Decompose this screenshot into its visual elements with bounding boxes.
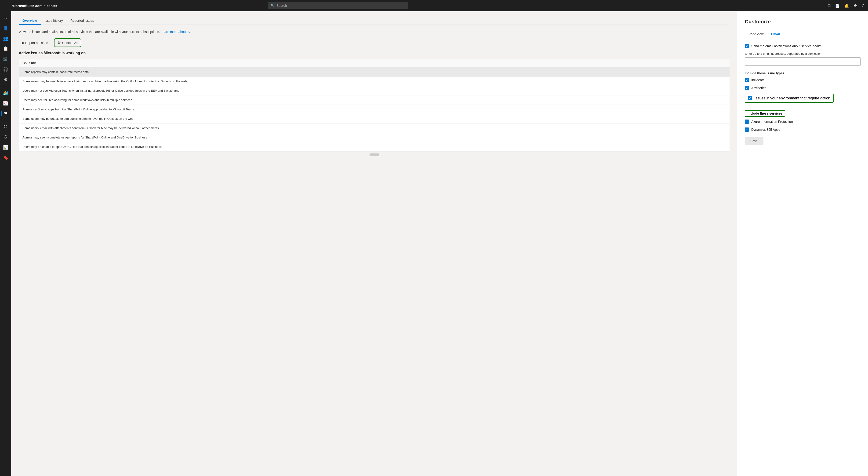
sidebar-item-groups[interactable]: 👥 <box>1 34 10 43</box>
advisories-checkbox[interactable] <box>745 86 749 90</box>
sidebar: ⌂ 👤 👥 📋 🛒 🎧 ⚙ 🏄 📈 ❤ 🛡 <box>0 11 11 476</box>
user-icon: 👤 <box>3 26 8 31</box>
table-row[interactable]: Some reports may contain inaccurate metr… <box>19 67 730 77</box>
info-text: View the issues and health status of all… <box>19 29 730 34</box>
incidents-row: Incidents <box>745 78 861 82</box>
sidebar-item-health[interactable]: ❤ <box>1 109 10 118</box>
sidebar-item-analytics[interactable]: 📈 <box>1 98 10 108</box>
billing-icon: 🛒 <box>3 56 8 62</box>
dynamics-365-row: Dynamics 365 Apps <box>745 127 861 132</box>
email-input-label: Enter up to 2 email addresses, separated… <box>745 52 861 56</box>
panel-title: Customize <box>745 19 861 25</box>
issues-require-action-label: Issues in your environment that require … <box>754 96 830 100</box>
main-layout: ⌂ 👤 👥 📋 🛒 🎧 ⚙ 🏄 📈 ❤ 🛡 <box>0 11 868 476</box>
sidebar-item-reports[interactable]: 📋 <box>1 44 10 53</box>
sidebar-item-billing[interactable]: 🛒 <box>1 54 10 64</box>
azure-info-protection-label: Azure Information Protection <box>751 120 793 124</box>
services-label: Include these services <box>745 110 785 117</box>
save-button[interactable]: Save <box>745 137 764 145</box>
app-title: Microsoft 365 admin center <box>12 4 57 8</box>
azure-info-protection-checkbox[interactable] <box>745 120 749 124</box>
groups-icon: 👥 <box>3 36 8 41</box>
table-row[interactable]: Users may be unable to open .MSG files t… <box>19 142 730 152</box>
search-bar[interactable]: 🔍 <box>268 2 408 9</box>
issue-types-section: Include these issue types Incidents Advi… <box>745 71 861 104</box>
incidents-checkbox[interactable] <box>745 78 749 82</box>
email-notification-row: Send me email notifications about servic… <box>745 44 861 48</box>
services-section: Include these services Azure Information… <box>745 110 861 132</box>
sidebar-item-users[interactable]: 👤 <box>1 23 10 33</box>
help-icon[interactable]: ? <box>860 2 865 9</box>
sidebar-item-settings[interactable]: ⚙ <box>1 75 10 84</box>
table-row[interactable]: Admins can't sync apps from the SharePoi… <box>19 105 730 114</box>
sidebar-item-home[interactable]: ⌂ <box>1 13 10 23</box>
table-row[interactable]: Users may not see Microsoft Teams when i… <box>19 86 730 95</box>
tab-reported-issues[interactable]: Reported issues <box>67 17 98 25</box>
support-icon: 🎧 <box>3 67 8 72</box>
bookmark-icon: 🔖 <box>3 155 8 160</box>
home-icon: ⌂ <box>4 15 7 20</box>
tab-overview[interactable]: Overview <box>19 17 41 25</box>
sidebar-divider-2 <box>2 120 9 120</box>
report-issue-button[interactable]: ■ Report an issue <box>19 39 51 46</box>
settings-gear-icon: ⚙ <box>4 77 7 82</box>
azure-info-protection-row: Azure Information Protection <box>745 120 861 124</box>
learn-more-link[interactable]: Learn more about Ser... <box>161 30 195 34</box>
table-row[interactable]: Some users may be unable to access their… <box>19 77 730 86</box>
dynamics-365-label: Dynamics 365 Apps <box>751 128 780 131</box>
table-row[interactable]: Admins may see incomplete usage reports … <box>19 133 730 142</box>
report-icon: ■ <box>22 41 24 45</box>
feedback-icon[interactable]: □ <box>827 2 832 9</box>
compliance-icon: 📊 <box>3 145 8 150</box>
panel-tab-email[interactable]: Email <box>768 30 783 38</box>
topbar-action-icons: □ 📄 🔔 ⚙ ? <box>827 2 865 9</box>
panel-tab-pageview[interactable]: Page view <box>745 30 768 38</box>
customize-gear-icon: ⚙ <box>58 40 61 45</box>
advisories-row: Advisories <box>745 86 861 90</box>
sidebar-item-support[interactable]: 🎧 <box>1 65 10 74</box>
analytics-icon: 📈 <box>3 101 8 106</box>
shield-icon: 🛡 <box>3 124 8 129</box>
main-content: Overview Issue history Reported issues V… <box>11 11 737 476</box>
document-icon[interactable]: 📄 <box>834 2 841 9</box>
tab-issue-history[interactable]: Issue history <box>41 17 67 25</box>
settings-icon[interactable]: ⚙ <box>852 2 859 9</box>
issues-table: Issue title Some reports may contain ina… <box>19 59 730 152</box>
sidebar-item-bookmark[interactable]: 🔖 <box>1 153 10 162</box>
issues-require-action-row: Issues in your environment that require … <box>745 94 834 103</box>
scroll-hint <box>19 153 730 156</box>
table-row[interactable]: Users may see failures occurring for som… <box>19 95 730 105</box>
search-icon: 🔍 <box>271 4 275 7</box>
customize-panel: Customize Page view Email Send me email … <box>737 11 868 476</box>
table-row[interactable]: Some users' email with attachments sent … <box>19 124 730 133</box>
notification-icon[interactable]: 🔔 <box>843 2 850 9</box>
health-icon: ❤ <box>4 111 7 116</box>
issues-require-action-checkbox[interactable] <box>748 96 752 100</box>
incidents-label: Incidents <box>751 78 764 82</box>
dynamics-365-checkbox[interactable] <box>745 127 749 132</box>
table-row[interactable]: Some users may be unable to add public f… <box>19 114 730 124</box>
sidebar-item-shield2[interactable]: 🛡 <box>1 132 10 142</box>
sidebar-item-compliance[interactable]: 📊 <box>1 143 10 152</box>
reports-icon: 📋 <box>3 46 8 51</box>
email-notification-checkbox[interactable] <box>745 44 749 48</box>
toolbar: ■ Report an issue ⚙ Customize <box>19 39 730 46</box>
advisories-label: Advisories <box>751 86 767 90</box>
email-input-section: Enter up to 2 email addresses, separated… <box>745 52 861 66</box>
table-header-issue-title: Issue title <box>19 59 730 67</box>
email-input[interactable] <box>745 57 861 66</box>
customize-button[interactable]: ⚙ Customize <box>55 39 81 46</box>
sidebar-item-paint[interactable]: 🏄 <box>1 88 10 98</box>
sidebar-item-shield[interactable]: 🛡 <box>1 122 10 131</box>
scroll-button[interactable] <box>370 153 379 156</box>
issue-types-label: Include these issue types <box>745 71 861 75</box>
email-notification-label: Send me email notifications about servic… <box>751 44 822 48</box>
topbar: ⋯ Microsoft 365 admin center 🔍 □ 📄 🔔 ⚙ ? <box>0 0 868 11</box>
paint-icon: 🏄 <box>3 90 8 95</box>
section-title: Active issues Microsoft is working on <box>19 51 730 55</box>
shield2-icon: 🛡 <box>3 135 8 140</box>
waffle-icon[interactable]: ⋯ <box>3 2 9 9</box>
search-input[interactable] <box>276 4 405 7</box>
panel-tabs: Page view Email <box>745 30 861 38</box>
main-tabs: Overview Issue history Reported issues <box>19 17 730 25</box>
